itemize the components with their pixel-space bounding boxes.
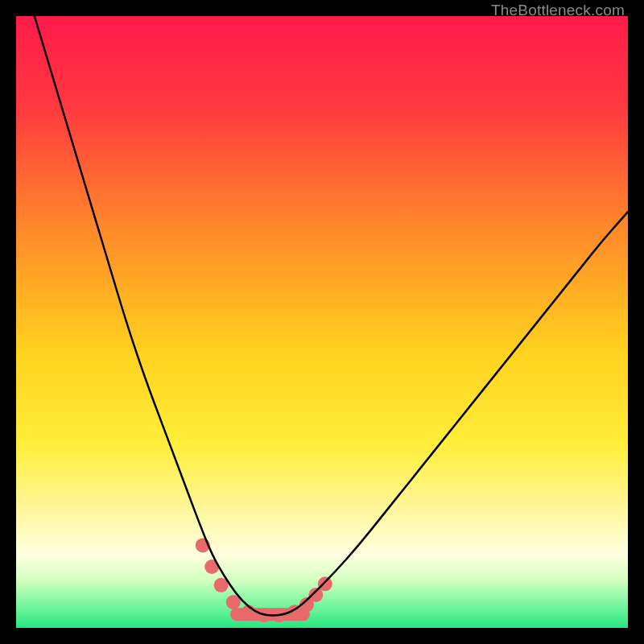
valley-dot (318, 576, 332, 591)
chart-svg (16, 16, 628, 628)
plot-area (16, 16, 628, 628)
chart-stage: TheBottleneck.com (0, 0, 644, 644)
